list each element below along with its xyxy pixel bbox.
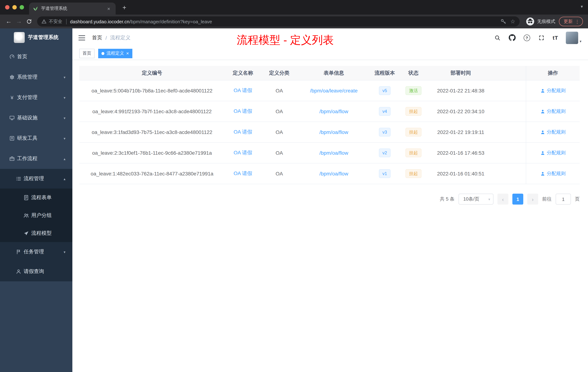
new-tab-button[interactable]: +: [120, 4, 129, 12]
tab-close-icon[interactable]: ×: [105, 5, 112, 12]
sidebar-item-label: 流程表单: [31, 194, 52, 201]
cell-deploy-time: 2022-01-22 21:48:38: [428, 80, 494, 101]
reload-button[interactable]: [24, 16, 34, 27]
help-question-icon[interactable]: ?: [524, 34, 530, 41]
goto-page-input[interactable]: [556, 194, 571, 205]
sidebar-item-user-group[interactable]: 用户分组: [0, 206, 72, 224]
sidebar-item-process-model[interactable]: 流程模型: [0, 224, 72, 242]
tab-search-chevron-icon[interactable]: ▾: [581, 4, 583, 9]
sidebar-item-infrastructure[interactable]: 基础设施 ▾: [0, 108, 72, 128]
version-tag: v2: [379, 149, 390, 157]
next-page-button[interactable]: ›: [527, 194, 538, 205]
assign-rule-link[interactable]: 分配规则: [540, 108, 566, 115]
pagination-total: 共 5 条: [440, 196, 454, 202]
sidebar-item-process-form[interactable]: 流程表单: [0, 188, 72, 206]
prev-page-button[interactable]: ‹: [497, 194, 508, 205]
sidebar-header: 芋道管理系统: [0, 28, 72, 47]
sidebar-item-process-management[interactable]: 流程管理 ▴: [0, 169, 72, 188]
chevron-up-icon: ▴: [64, 157, 65, 161]
tag-home[interactable]: 首页: [79, 49, 94, 58]
sidebar: 芋道管理系统 首页: [0, 28, 72, 372]
page-number-button[interactable]: 1: [512, 194, 523, 205]
sidebar-item-payment-management[interactable]: ¥ 支付管理 ▾: [0, 87, 72, 108]
page-content: 定义编号 定义名称 定义分类 表单信息 流程版本 状态 部署时间 操作 oa_l…: [72, 60, 588, 372]
assign-rule-link[interactable]: 分配规则: [540, 170, 566, 177]
definition-name-link[interactable]: OA 请假: [234, 87, 252, 94]
definition-name-link[interactable]: OA 请假: [234, 108, 252, 115]
cell-filler: [494, 122, 526, 142]
app-logo-avatar: [14, 32, 25, 43]
gear-icon: [9, 74, 15, 80]
form-info-link[interactable]: /bpm/oa/flow: [319, 150, 348, 156]
status-badge: 挂起: [405, 107, 421, 116]
password-key-icon[interactable]: [500, 19, 506, 24]
sidebar-item-dev-tools[interactable]: 研发工具 ▾: [0, 128, 72, 149]
assign-rule-link[interactable]: 分配规则: [540, 87, 566, 94]
form-info-link[interactable]: /bpm/oa/flow: [319, 109, 348, 114]
sidebar-item-system-management[interactable]: 系统管理 ▾: [0, 67, 72, 87]
sidebar-item-label: 请假查询: [24, 268, 44, 275]
fullscreen-icon[interactable]: [538, 34, 545, 41]
monitor-icon: [9, 115, 15, 121]
chevron-up-icon: ▴: [64, 177, 65, 181]
cell-filler: [494, 80, 526, 101]
close-window-button[interactable]: [5, 5, 10, 10]
version-tag: v5: [379, 86, 390, 95]
version-tag: v1: [379, 169, 390, 178]
page-size-value: 10条/页: [463, 196, 479, 202]
table-row: oa_leave:2:3c1f0ef1-76b1-11ec-9c66-a2380…: [79, 143, 580, 164]
user-menu-caret-icon: ▾: [580, 39, 581, 44]
definition-name-link[interactable]: OA 请假: [234, 129, 252, 135]
url-path: /bpm/manager/definition?key=oa_leave: [129, 19, 212, 24]
form-info-link[interactable]: /bpm/oa/flow: [319, 171, 348, 176]
tag-label: 流程定义: [106, 50, 124, 56]
browser-menu-dots-icon[interactable]: ⋮: [575, 19, 580, 24]
breadcrumb-current: 流程定义: [110, 34, 131, 41]
version-tag: v3: [379, 128, 390, 136]
sidebar-item-leave-query[interactable]: 请假查询: [0, 262, 72, 281]
column-header: 定义名称: [225, 66, 261, 80]
assign-rule-link[interactable]: 分配规则: [540, 129, 566, 135]
search-icon[interactable]: [494, 34, 501, 41]
assign-rule-link[interactable]: 分配规则: [540, 150, 566, 156]
form-info-link[interactable]: /bpm/oa/flow: [319, 129, 348, 135]
back-button[interactable]: ←: [4, 16, 14, 27]
sidebar-menu: 首页 系统管理: [0, 47, 72, 281]
chevron-down-icon: ▾: [64, 136, 65, 140]
github-icon[interactable]: [509, 34, 516, 41]
breadcrumb-home[interactable]: 首页: [92, 34, 102, 41]
tag-process-definition[interactable]: 流程定义 ×: [98, 49, 132, 58]
incognito-label: 无痕模式: [537, 18, 555, 25]
user-avatar[interactable]: [566, 32, 578, 44]
address-bar[interactable]: 不安全 dashboard.yudao.iocoder.cn/bpm/manag…: [37, 16, 520, 27]
forward-button[interactable]: →: [14, 16, 24, 27]
sidebar-toggle-hamburger-icon[interactable]: [78, 34, 85, 41]
browser-update-button[interactable]: 更新 ⋮: [559, 17, 583, 26]
definition-name-link[interactable]: OA 请假: [234, 150, 252, 156]
top-navbar: 首页 / 流程定义 流程模型 - 定义列表 ?: [72, 28, 588, 47]
browser-tab[interactable]: 芋道管理系统 ×: [29, 2, 116, 15]
paper-plane-icon: [23, 230, 29, 236]
window-controls: [5, 5, 24, 10]
maximize-window-button[interactable]: [20, 5, 24, 10]
form-info-link[interactable]: /bpm/oa/leave/create: [310, 88, 358, 94]
sidebar-item-label: 研发工具: [17, 135, 37, 142]
font-size-icon[interactable]: tT: [553, 34, 558, 41]
table-header-row: 定义编号 定义名称 定义分类 表单信息 流程版本 状态 部署时间 操作: [79, 66, 580, 80]
person-icon: [540, 171, 545, 176]
sidebar-item-workflow[interactable]: 工作流程 ▴: [0, 149, 72, 169]
definition-table: 定义编号 定义名称 定义分类 表单信息 流程版本 状态 部署时间 操作 oa_l…: [79, 66, 580, 184]
cell-deploy-time: 2022-01-22 20:34:10: [428, 101, 494, 121]
column-header: 操作: [526, 66, 580, 80]
url-text: dashboard.yudao.iocoder.cn/bpm/manager/d…: [70, 19, 212, 24]
sidebar-item-task-management[interactable]: 任务管理 ▾: [0, 242, 72, 262]
cell-definition-id: oa_leave:4:991f2193-7b7f-11ec-a3c8-acde4…: [79, 101, 225, 121]
minimize-window-button[interactable]: [12, 5, 17, 10]
sidebar-item-home[interactable]: 首页: [0, 47, 72, 67]
page-size-select[interactable]: 10条/页 ▾: [459, 194, 494, 205]
bookmark-star-icon[interactable]: ☆: [510, 18, 515, 25]
tag-close-icon[interactable]: ×: [126, 51, 129, 56]
definition-name-link[interactable]: OA 请假: [234, 170, 252, 177]
sidebar-item-label: 用户分组: [31, 212, 52, 219]
user-menu[interactable]: ▾: [566, 32, 581, 44]
